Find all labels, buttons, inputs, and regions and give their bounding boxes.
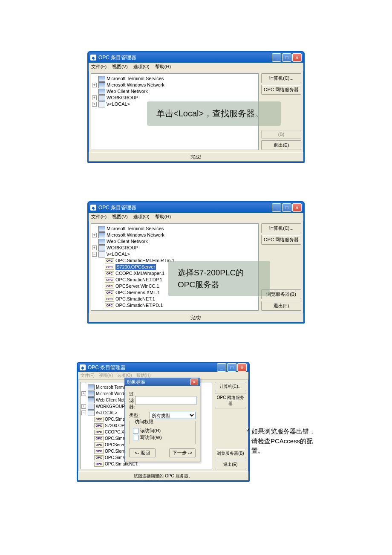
opc-item[interactable]: OPC.SimaticNET.PD.1	[115, 302, 163, 309]
opc-icon: OPC	[105, 297, 114, 302]
titlebar[interactable]: ◆ OPC 条目管理器 _ □ ×	[89, 202, 303, 213]
dialog-title: 对象标准	[127, 379, 145, 385]
tree-item[interactable]: \\<LOCAL>	[96, 410, 117, 416]
access-group: 访问权限 读访问(R) 写访问(W)	[129, 421, 196, 444]
callout-2: 选择S7-200PLC的OPC服务器	[168, 261, 270, 296]
network-icon	[98, 82, 105, 88]
maximize-button[interactable]: □	[282, 203, 291, 212]
network-icon	[98, 239, 105, 245]
group-icon	[88, 404, 95, 410]
tree-item[interactable]: Microsoft Windows Network	[107, 82, 164, 88]
tree-item[interactable]: WORKGROUP	[107, 245, 138, 251]
opc-icon: OPC	[94, 455, 104, 460]
dialog-close-button[interactable]: ×	[190, 379, 198, 385]
collapse-icon[interactable]: −	[92, 252, 97, 257]
menu-view[interactable]: 视图(V)	[112, 214, 128, 219]
back-button[interactable]: <- 返回	[129, 448, 156, 457]
expand-icon[interactable]: +	[81, 391, 86, 396]
opc-web-button[interactable]: OPC 网络服务器	[215, 393, 246, 408]
tree-item[interactable]: Microsoft Terminal Services	[107, 225, 164, 232]
minimize-button[interactable]: _	[217, 363, 226, 372]
opc-icon: OPC	[105, 258, 114, 263]
computer-icon	[88, 410, 95, 416]
collapse-icon[interactable]: −	[81, 410, 86, 415]
opc-icon: OPC	[94, 462, 104, 467]
expand-icon[interactable]: +	[92, 83, 97, 87]
computer-button[interactable]: 计算机(C)...	[261, 73, 301, 83]
maximize-button[interactable]: □	[282, 53, 291, 62]
expand-icon[interactable]: +	[92, 95, 97, 100]
menu-options[interactable]: 选项(O)	[133, 214, 150, 219]
exit-button[interactable]: 退出(E)	[261, 301, 301, 311]
opc-item[interactable]: CCOPC.XMLWrapper.1	[115, 270, 164, 277]
write-checkbox[interactable]: 写访问(W)	[133, 434, 162, 441]
opc-item[interactable]: OPC.SimaticHMI.HmiRTm.1	[115, 257, 175, 264]
read-checkbox[interactable]: 读访问(R)	[133, 428, 161, 434]
status-bar: 试图连接期望的 OPC 服务器。	[78, 471, 248, 480]
opc-item[interactable]: OPCServer.WinCC.1	[115, 283, 159, 289]
next-button[interactable]: 下一步 ->	[169, 448, 196, 457]
filter-label: 过滤器:	[129, 391, 135, 410]
network-icon	[98, 76, 105, 82]
tree-item[interactable]: Microsoft Terminal Services	[107, 75, 164, 82]
titlebar[interactable]: ◆ OPC 条目管理器 _ □ ×	[89, 52, 303, 63]
close-button[interactable]: ×	[292, 203, 302, 212]
opc-item[interactable]: OPC.SimaticNET.1	[115, 296, 155, 302]
close-button[interactable]: ×	[237, 363, 247, 372]
callout-1: 单击<Local>，查找服务器。	[147, 101, 281, 126]
menu-help[interactable]: 帮助(H)	[155, 214, 171, 219]
opc-web-button[interactable]: OPC 网络服务器	[261, 85, 301, 95]
opc-item-selected[interactable]: S7200.OPCServer	[115, 264, 156, 270]
menu-help[interactable]: 帮助(H)	[155, 64, 171, 69]
filter-input[interactable]	[135, 396, 196, 405]
expand-icon[interactable]: +	[92, 233, 97, 237]
minimize-button[interactable]: _	[272, 203, 281, 212]
opc-icon: OPC	[105, 265, 114, 270]
opc-item[interactable]: OPC.Siemens.XML.1	[115, 289, 160, 296]
tree-item[interactable]: Web Client Network	[107, 238, 148, 245]
tree-item[interactable]: WORKGROUP	[96, 403, 125, 410]
menubar[interactable]: 文件(F) 视图(V) 选项(O) 帮助(H)	[89, 213, 303, 221]
minimize-button[interactable]: _	[272, 53, 281, 62]
opc-icon: OPC	[94, 449, 104, 454]
opc-icon: OPC	[105, 303, 114, 308]
opc-item[interactable]: OPC.SimaticNET.DP.1	[115, 277, 162, 283]
titlebar[interactable]: ◆ OPC 条目管理器 _ □ ×	[78, 363, 248, 372]
browse-button-disabled: (B)	[261, 130, 301, 139]
type-select[interactable]: 所有类型	[150, 412, 196, 419]
maximize-button[interactable]: □	[227, 363, 236, 372]
menu-options[interactable]: 选项(O)	[133, 64, 150, 69]
tree-item-local[interactable]: \\<LOCAL>	[107, 101, 130, 107]
computer-button[interactable]: 计算机(C)...	[261, 223, 301, 233]
filter-dialog[interactable]: 对象标准 × 过滤器: 类型: 所有类型 访问权限 读访问(R) 写访问(W) …	[124, 378, 200, 462]
opc-icon: OPC	[94, 442, 104, 448]
tree-item-local[interactable]: \\<LOCAL>	[107, 251, 130, 257]
tree-item[interactable]: Web Client Network	[107, 88, 148, 95]
exit-button[interactable]: 退出(E)	[261, 140, 301, 150]
opc-icon: OPC	[94, 436, 104, 441]
computer-button[interactable]: 计算机(C)...	[215, 382, 246, 391]
opc-icon: OPC	[105, 290, 114, 295]
app-icon: ◆	[90, 205, 96, 211]
tree-item[interactable]: WORKGROUP	[107, 95, 138, 101]
menu-view[interactable]: 视图(V)	[112, 64, 128, 69]
window-title: OPC 条目管理器	[98, 204, 136, 211]
opc-web-button[interactable]: OPC 网络服务器	[261, 235, 301, 245]
type-label: 类型:	[129, 412, 150, 419]
expand-icon[interactable]: +	[92, 246, 97, 250]
tree-item[interactable]: Microsoft Windows Network	[107, 232, 164, 238]
dialog-titlebar[interactable]: 对象标准 ×	[125, 378, 200, 386]
exit-button[interactable]: 退出(E)	[215, 460, 246, 469]
menu-file[interactable]: 文件(F)	[91, 214, 107, 219]
computer-icon	[98, 101, 105, 107]
status-bar: 完成!	[89, 152, 303, 162]
expand-icon[interactable]: +	[81, 404, 86, 409]
menu-file[interactable]: 文件(F)	[91, 64, 107, 69]
close-button[interactable]: ×	[292, 53, 302, 62]
opc-icon: OPC	[105, 271, 114, 276]
opc-icon: OPC	[94, 430, 104, 435]
browse-button[interactable]: 浏览服务器(B)	[215, 449, 246, 458]
network-icon	[98, 89, 105, 95]
expand-icon[interactable]: +	[92, 102, 97, 107]
menubar[interactable]: 文件(F) 视图(V) 选项(O) 帮助(H)	[89, 63, 303, 71]
